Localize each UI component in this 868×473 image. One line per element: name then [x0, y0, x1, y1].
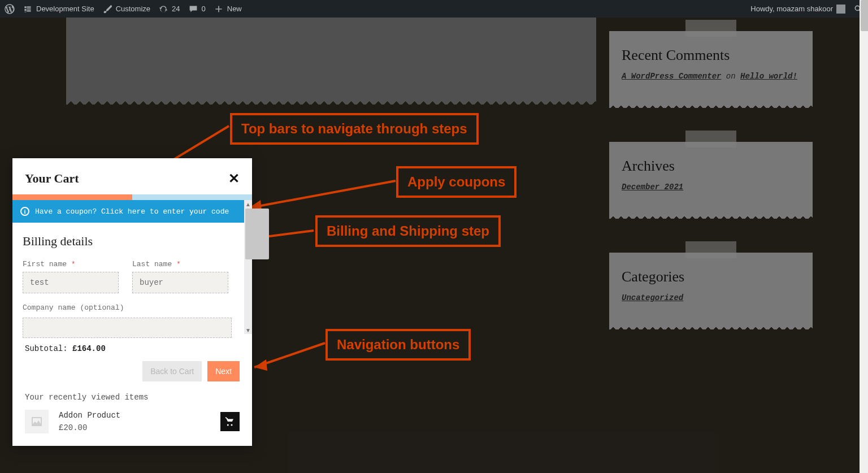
next-button[interactable]: Next [207, 361, 240, 381]
avatar [836, 5, 845, 14]
customize-link[interactable]: Customize [102, 4, 150, 14]
add-to-cart-button[interactable] [220, 412, 240, 431]
cart-panel: Your Cart ✕ ▲ ▼ i Have a coupon? Click h… [12, 158, 252, 446]
browser-scrollbar[interactable] [860, 0, 868, 473]
required-star: * [71, 260, 76, 268]
new-label: New [227, 5, 242, 13]
comments-link[interactable]: 0 [188, 4, 206, 14]
annotation-nav-buttons: Navigation buttons [326, 329, 471, 361]
wp-admin-bar: Development Site Customize 24 0 New [0, 0, 868, 18]
scroll-up-arrow[interactable]: ▲ [244, 200, 252, 208]
first-name-input[interactable] [23, 272, 119, 293]
updates-link[interactable]: 24 [158, 4, 180, 14]
howdy-account[interactable]: Howdy, moazam shakoor [750, 5, 845, 14]
scroll-down-arrow[interactable]: ▼ [244, 326, 252, 334]
coupon-toggle[interactable]: i Have a coupon? Click here to enter you… [12, 200, 244, 223]
coupon-text: Have a coupon? Click here to enter your … [35, 207, 229, 216]
last-name-field-wrap: Last name * [132, 260, 228, 293]
company-label: Company name (optional) [23, 303, 232, 312]
site-name-link[interactable]: Development Site [23, 4, 94, 14]
wp-logo[interactable] [5, 4, 15, 14]
first-name-label-text: First name [23, 260, 67, 268]
dashboard-icon [23, 4, 33, 14]
plus-icon [214, 4, 224, 14]
cart-scrollbar-thumb[interactable] [245, 209, 269, 259]
recently-viewed-row: Addon Product £20.00 [25, 410, 240, 433]
scrollbar-thumb[interactable] [861, 0, 868, 31]
brush-icon [102, 4, 112, 14]
cart-close-button[interactable]: ✕ [228, 171, 240, 186]
billing-area: Billing details First name * Last name *… [12, 223, 244, 350]
annotation-apply-coupons: Apply coupons [396, 166, 517, 198]
back-to-cart-button[interactable]: Back to Cart [142, 361, 202, 381]
wordpress-icon [5, 4, 15, 14]
billing-title: Billing details [23, 234, 232, 249]
cart-title: Your Cart [25, 171, 79, 186]
comments-count: 0 [202, 5, 206, 13]
step-tab-2[interactable] [132, 194, 252, 200]
arrow-nav-buttons [246, 340, 331, 376]
last-name-label: Last name * [132, 260, 228, 268]
howdy-text: Howdy, moazam shakoor [750, 5, 833, 13]
last-name-input[interactable] [132, 272, 228, 293]
svg-marker-7 [254, 359, 267, 371]
recently-viewed-title: Your recently viewed items [25, 393, 240, 402]
annotation-top-bars: Top bars to navigate through steps [230, 113, 479, 145]
company-input[interactable] [23, 318, 232, 338]
product-thumbnail [25, 410, 49, 433]
update-icon [158, 4, 168, 14]
annotation-billing-step: Billing and Shipping step [315, 215, 501, 247]
updates-count: 24 [172, 5, 180, 13]
site-name: Development Site [36, 5, 94, 13]
customize-label: Customize [116, 5, 150, 13]
info-icon: i [20, 207, 29, 216]
first-name-label: First name * [23, 260, 119, 268]
last-name-label-text: Last name [132, 260, 172, 268]
cart-scrollbar[interactable]: ▲ ▼ [244, 200, 252, 334]
cart-scroll-area: ▲ ▼ i Have a coupon? Click here to enter… [12, 200, 252, 334]
cart-footer: Subtotal: £164.00 Back to Cart Next Your… [12, 334, 252, 446]
comment-icon [188, 4, 198, 14]
company-field-wrap: Company name (optional) [23, 303, 232, 340]
step-tab-1[interactable] [12, 194, 132, 200]
recent-product-name: Addon Product [59, 411, 120, 420]
recently-viewed-info: Addon Product £20.00 [59, 411, 120, 432]
required-star: * [176, 260, 181, 268]
checkout-step-bar[interactable] [12, 194, 252, 200]
svg-line-2 [249, 181, 396, 208]
new-link[interactable]: New [214, 4, 242, 14]
recent-product-price: £20.00 [59, 423, 87, 432]
first-name-field-wrap: First name * [23, 260, 119, 293]
